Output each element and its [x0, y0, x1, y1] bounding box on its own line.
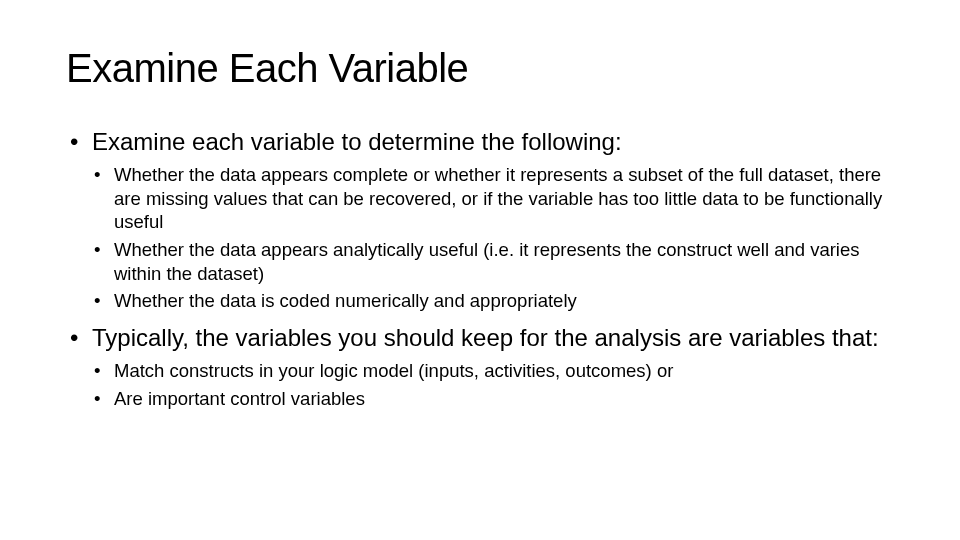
list-item: Match constructs in your logic model (in…: [92, 359, 894, 383]
slide: Examine Each Variable Examine each varia…: [0, 0, 960, 540]
list-item: Examine each variable to determine the f…: [66, 127, 894, 313]
list-item: Whether the data appears complete or whe…: [92, 163, 894, 234]
list-item: Whether the data is coded numerically an…: [92, 289, 894, 313]
list-item: Are important control variables: [92, 387, 894, 411]
bullet-list: Examine each variable to determine the f…: [66, 127, 894, 410]
list-item: Whether the data appears analytically us…: [92, 238, 894, 285]
list-item: Typically, the variables you should keep…: [66, 323, 894, 410]
slide-title: Examine Each Variable: [66, 46, 894, 91]
list-item-text: Examine each variable to determine the f…: [92, 128, 622, 155]
sub-list: Whether the data appears complete or whe…: [92, 163, 894, 313]
sub-list: Match constructs in your logic model (in…: [92, 359, 894, 410]
list-item-text: Typically, the variables you should keep…: [92, 324, 879, 351]
